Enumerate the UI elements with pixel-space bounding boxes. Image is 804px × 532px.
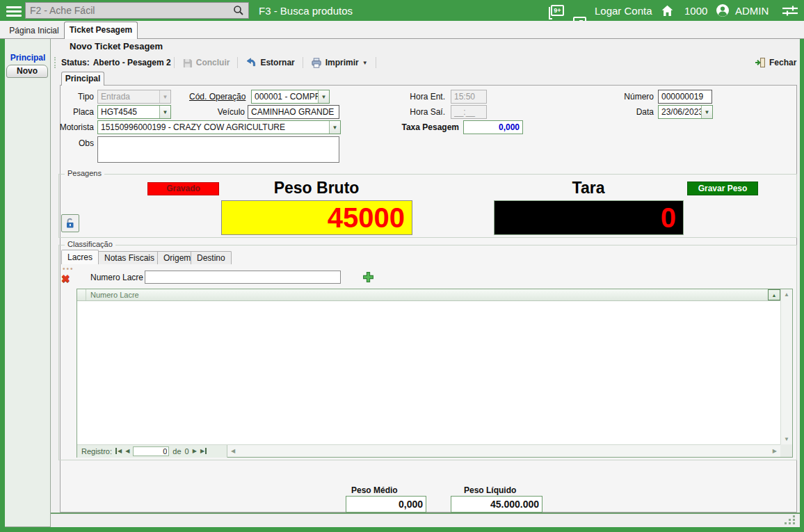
placa-value: HGT4545	[98, 106, 159, 118]
estornar-button[interactable]: Estornar	[241, 55, 299, 70]
peso-medio-field[interactable]	[346, 496, 426, 513]
tab-pagina-inicial[interactable]: Página Inicial	[4, 23, 64, 38]
placa-select[interactable]: HGT4545 ▼	[97, 105, 171, 119]
estornar-label: Estornar	[260, 58, 294, 67]
scroll-left-icon[interactable]: ◀	[227, 448, 239, 454]
undo-icon	[246, 58, 257, 68]
taxa-pesagem-field[interactable]	[463, 120, 523, 134]
busca-produtos-label[interactable]: F3 - Busca produtos	[259, 5, 353, 17]
motorista-label: Motorista	[42, 122, 94, 132]
registro-label: Registro:	[81, 447, 112, 456]
status-value: Aberto - Pesagem 2	[93, 58, 171, 67]
toolbar-separator	[376, 57, 376, 68]
veiculo-field[interactable]	[248, 105, 339, 119]
user-name: ADMIN	[735, 5, 769, 17]
tipo-value: Entrada	[98, 90, 159, 103]
pesagens-group-label: Pesagens	[65, 169, 104, 177]
data-select[interactable]: 23/06/2023 ▼	[658, 105, 713, 119]
cod-operacao-select[interactable]: 000001 - COMPRA ▼	[251, 90, 330, 104]
tab-destino[interactable]: Destino	[191, 251, 232, 264]
gravar-peso-button[interactable]: Gravar Peso	[687, 182, 758, 195]
classificacao-group-label: Classificação	[65, 240, 115, 248]
chevron-down-icon[interactable]: ▼	[329, 121, 340, 134]
registro-de-label: de	[172, 447, 181, 456]
sidebar-item-principal[interactable]: Principal	[5, 53, 51, 63]
tipo-select[interactable]: Entrada ▼	[97, 90, 171, 104]
status-strip	[51, 515, 800, 527]
scroll-down-icon[interactable]: ▼	[784, 434, 789, 444]
resize-grip[interactable]	[785, 515, 796, 525]
lock-button[interactable]	[61, 214, 79, 232]
lacres-grid: Numero Lacre ▲ ▲ ▼ BR data TECNOLOGIA Re…	[77, 289, 793, 458]
hora-sai-label: Hora Saí.	[400, 107, 445, 117]
registro-total: 0	[185, 447, 189, 456]
taxa-pesagem-label: Taxa Pesagem	[389, 122, 459, 132]
right-frame-strip	[800, 21, 804, 532]
nav-last-icon[interactable]: ▶	[200, 448, 207, 454]
concluir-button[interactable]: Concluir	[177, 55, 235, 70]
menu-icon[interactable]	[6, 4, 22, 19]
search-input[interactable]	[26, 5, 233, 16]
settings-sliders-icon[interactable]	[782, 5, 798, 16]
panel-bottom-line	[51, 513, 800, 514]
save-icon	[182, 58, 193, 68]
peso-medio-label: Peso Médio	[351, 485, 398, 495]
hora-ent-label: Hora Ent.	[400, 92, 445, 102]
hora-ent-field[interactable]	[451, 90, 487, 104]
numero-label: Número	[615, 92, 654, 102]
open-windows-icon[interactable]: 9+	[551, 5, 564, 16]
tab-notas-fiscais[interactable]: Notas Fiscais	[98, 251, 161, 264]
chevron-down-icon[interactable]: ▼	[318, 90, 329, 103]
tab-lacres[interactable]: Lacres	[61, 250, 99, 264]
home-icon[interactable]	[661, 4, 674, 17]
unlock-icon	[65, 218, 76, 229]
chevron-down-icon[interactable]: ▼	[701, 106, 712, 118]
printer-icon	[311, 58, 322, 68]
scroll-up-icon[interactable]: ▲	[784, 289, 789, 300]
store-number: 1000	[684, 5, 707, 17]
user-icon[interactable]	[716, 3, 730, 17]
toolbar: Status: Aberto - Pesagem 2 Concluir Esto…	[53, 55, 798, 70]
toolbar-grip	[54, 57, 57, 68]
record-navigator: Registro: ◀ ◀ de 0 ▶ ▶	[77, 445, 227, 458]
fechar-button[interactable]: Fechar	[750, 55, 801, 70]
delete-x-icon[interactable]: ✖	[61, 273, 70, 285]
record-number-input[interactable]	[133, 446, 169, 456]
grid-vertical-scrollbar[interactable]: ▲ ▼	[780, 289, 792, 444]
obs-field[interactable]	[97, 136, 339, 163]
tab-ticket-pesagem[interactable]: Ticket Pesagem	[64, 22, 138, 39]
cod-operacao-value: 000001 - COMPRA	[252, 90, 318, 103]
numero-field[interactable]	[658, 90, 712, 104]
data-value: 23/06/2023	[659, 106, 701, 118]
numero-lacre-input[interactable]	[145, 271, 341, 284]
grid-header: Numero Lacre ▲	[77, 289, 780, 301]
logar-conta-button[interactable]: Logar Conta	[595, 5, 652, 17]
nav-prev-icon[interactable]: ◀	[125, 448, 129, 454]
tab-principal[interactable]: Principal	[61, 72, 104, 86]
scroll-right-icon[interactable]: ▶	[769, 448, 780, 454]
page-title: Novo Ticket Pesagem	[70, 41, 163, 51]
data-label: Data	[622, 107, 654, 117]
nav-next-icon[interactable]: ▶	[193, 448, 197, 454]
imprimir-button[interactable]: Imprimir ▼	[306, 55, 373, 70]
gravado-button[interactable]: Gravado	[147, 182, 219, 195]
hora-sai-field[interactable]	[451, 105, 487, 119]
peso-liquido-label: Peso Líquido	[464, 485, 516, 495]
add-icon[interactable]	[362, 271, 374, 283]
sort-asc-icon[interactable]: ▲	[768, 289, 780, 300]
cod-operacao-label[interactable]: Cód. Operação	[189, 92, 246, 102]
left-frame-strip	[0, 21, 5, 532]
peso-liquido-field[interactable]	[451, 496, 542, 513]
tara-title: Tara	[533, 179, 644, 198]
grid-column-numero-lacre[interactable]: Numero Lacre	[86, 289, 768, 300]
chevron-down-icon: ▼	[362, 60, 368, 66]
chevron-down-icon[interactable]: ▼	[159, 106, 170, 118]
status-label: Status:	[61, 58, 90, 67]
nav-first-icon[interactable]: ◀	[115, 448, 122, 454]
motorista-select[interactable]: 15150996000199 - CRAZY COW AGRICULTURE ▼	[97, 120, 341, 134]
grid-bottom-bar: Registro: ◀ ◀ de 0 ▶ ▶ ◀ ▶	[77, 444, 780, 457]
sidebar-item-novo[interactable]: Novo	[6, 65, 48, 78]
search-icon[interactable]	[233, 5, 244, 16]
quick-search[interactable]	[25, 2, 249, 19]
chevron-down-icon[interactable]: ▼	[159, 90, 170, 103]
